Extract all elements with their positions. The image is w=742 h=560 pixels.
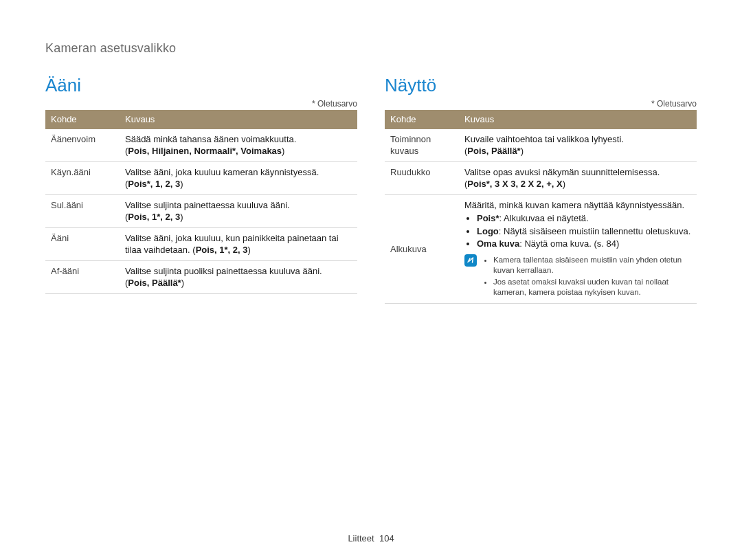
table-row: Äänenvoim Säädä minkä tahansa äänen voim… (45, 129, 357, 162)
table-row: Sul.ääni Valitse suljinta painettaessa k… (45, 194, 357, 227)
note-icon (464, 254, 477, 267)
cell-kuvaus: Määritä, minkä kuvan kamera näyttää käyn… (459, 194, 697, 303)
table-row: Käyn.ääni Valitse ääni, joka kuuluu kame… (45, 161, 357, 194)
cell-kuvaus: Valitse suljinta painettaessa kuuluva ää… (120, 194, 357, 227)
default-note-right: * Oletusarvo (385, 99, 697, 109)
table-row: Af-ääni Valitse suljinta puoliksi painet… (45, 260, 357, 293)
cell-kuvaus: Valitse suljinta puoliksi painettaessa k… (120, 260, 357, 293)
section-title-naytto: Näyttö (385, 75, 697, 96)
cell-kohde: Ruudukko (385, 161, 459, 194)
footer-label: Liitteet (348, 533, 374, 544)
right-column: Näyttö * Oletusarvo Kohde Kuvaus Toiminn… (385, 75, 697, 304)
table-row: Ääni Valitse ääni, joka kuuluu, kun pain… (45, 227, 357, 260)
cell-kohde: Ääni (45, 227, 120, 260)
cell-kuvaus: Valitse ääni, joka kuuluu, kun painikkei… (120, 227, 357, 260)
alkukuva-options: Pois*: Alkukuvaa ei näytetä. Logo: Näytä… (477, 212, 691, 250)
settings-table-left: Kohde Kuvaus Äänenvoim Säädä minkä tahan… (45, 110, 357, 294)
note-list: Kamera tallentaa sisäiseen muistiin vain… (493, 254, 691, 299)
page: Kameran asetusvalikko Ääni * Oletusarvo … (0, 0, 742, 560)
cell-kohde: Äänenvoim (45, 129, 120, 162)
list-item: Jos asetat omaksi kuvaksi uuden kuvan ta… (493, 277, 691, 298)
table-row: Toiminnon kuvaus Kuvaile vaihtoehtoa tai… (385, 129, 697, 162)
th-kuvaus: Kuvaus (459, 110, 697, 129)
cell-kuvaus: Kuvaile vaihtoehtoa tai valikkoa lyhyest… (459, 129, 697, 162)
columns: Ääni * Oletusarvo Kohde Kuvaus Äänenvoim… (45, 75, 697, 304)
cell-kohde: Af-ääni (45, 260, 120, 293)
list-item: Oma kuva: Näytä oma kuva. (s. 84) (477, 238, 691, 250)
cell-kohde: Sul.ääni (45, 194, 120, 227)
section-title-aani: Ääni (45, 75, 357, 96)
th-kuvaus: Kuvaus (120, 110, 357, 129)
table-row: Ruudukko Valitse opas avuksi näkymän suu… (385, 161, 697, 194)
note-box: Kamera tallentaa sisäiseen muistiin vain… (464, 254, 691, 299)
settings-table-right: Kohde Kuvaus Toiminnon kuvaus Kuvaile va… (385, 110, 697, 304)
cell-kohde: Alkukuva (385, 194, 459, 303)
th-kohde: Kohde (45, 110, 120, 129)
cell-kohde: Toiminnon kuvaus (385, 129, 459, 162)
cell-kohde: Käyn.ääni (45, 161, 120, 194)
breadcrumb: Kameran asetusvalikko (45, 41, 697, 56)
th-kohde: Kohde (385, 110, 459, 129)
left-column: Ääni * Oletusarvo Kohde Kuvaus Äänenvoim… (45, 75, 357, 304)
cell-kuvaus: Valitse ääni, joka kuuluu kameran käynni… (120, 161, 357, 194)
footer: Liitteet 104 (0, 533, 742, 544)
footer-page: 104 (379, 533, 394, 544)
default-note-left: * Oletusarvo (45, 99, 357, 109)
list-item: Kamera tallentaa sisäiseen muistiin vain… (493, 255, 691, 276)
cell-kuvaus: Valitse opas avuksi näkymän suunnittelem… (459, 161, 697, 194)
cell-kuvaus: Säädä minkä tahansa äänen voimakkuutta. … (120, 129, 357, 162)
list-item: Pois*: Alkukuvaa ei näytetä. (477, 212, 691, 225)
list-item: Logo: Näytä sisäiseen muistiin tallennet… (477, 225, 691, 238)
table-row: Alkukuva Määritä, minkä kuvan kamera näy… (385, 194, 697, 303)
